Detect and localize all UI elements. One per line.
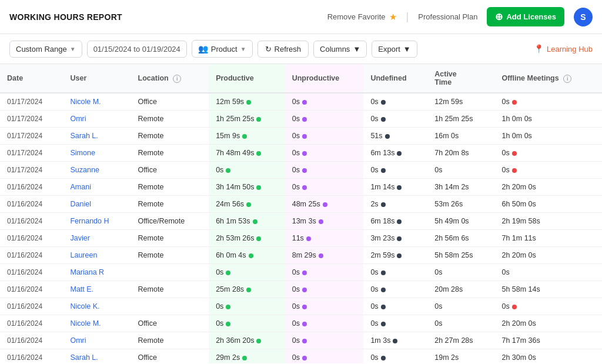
user-link[interactable]: Fernando H	[70, 217, 109, 225]
user-link[interactable]: Daniel	[70, 200, 91, 208]
user-link[interactable]: Omri	[70, 336, 86, 345]
cell-user[interactable]: Mariana R	[63, 264, 131, 281]
table-row: 01/16/2024Sarah L.Office29m 2s0s0s19m 2s…	[0, 349, 602, 364]
learning-hub-link[interactable]: 📍 Learning Hub	[534, 44, 593, 54]
cell-productive: 0s	[209, 162, 285, 179]
cell-user[interactable]: Nicole M.	[63, 315, 131, 332]
user-link[interactable]: Sarah L.	[70, 132, 98, 140]
user-link[interactable]: Sarah L.	[70, 353, 98, 362]
cell-location: Remote	[131, 247, 209, 264]
undefined-dot	[397, 151, 402, 156]
productive-dot	[256, 151, 261, 156]
cell-productive: 2h 36m 20s	[209, 332, 285, 349]
cell-user[interactable]: Suzanne	[63, 162, 131, 179]
user-link[interactable]: Laureen	[70, 251, 97, 259]
cell-undefined: 0s	[363, 315, 427, 332]
avatar[interactable]: S	[574, 8, 593, 26]
cell-user[interactable]: Matt E.	[63, 281, 131, 298]
cell-unproductive: 8m 29s	[285, 247, 364, 264]
cell-unproductive: 0s	[285, 93, 364, 111]
undefined-dot	[381, 288, 386, 292]
user-link[interactable]: Mariana R	[70, 268, 104, 276]
cell-offline-meetings: 2h 20m 0s	[494, 179, 602, 196]
caret-down-icon: ▼	[403, 45, 411, 54]
add-licenses-button[interactable]: ⊕ Add Licenses	[487, 7, 564, 26]
cell-user[interactable]: Amani	[63, 179, 131, 196]
user-link[interactable]: Nicole M.	[70, 319, 101, 328]
user-link[interactable]: Nicole M.	[70, 98, 101, 106]
unproductive-dot	[302, 168, 307, 173]
cell-user[interactable]: Simone	[63, 145, 131, 162]
productive-dot	[242, 134, 247, 139]
cell-date: 01/16/2024	[0, 179, 63, 196]
location-pin-icon: 📍	[534, 44, 544, 54]
cell-date: 01/16/2024	[0, 213, 63, 230]
cell-productive: 0s	[209, 264, 285, 281]
unproductive-dot	[302, 117, 307, 122]
columns-dropdown[interactable]: Columns ▼	[313, 41, 367, 58]
undefined-dot	[381, 202, 386, 207]
cell-undefined: 1m 14s	[363, 179, 427, 196]
cell-undefined: 0s	[363, 349, 427, 364]
remove-favorite-btn[interactable]: Remove Favorite ★	[327, 12, 397, 22]
cell-user[interactable]: Omri	[63, 332, 131, 349]
user-link[interactable]: Omri	[70, 115, 86, 123]
toolbar-left: Custom Range ▼ 01/15/2024 to 01/19/2024 …	[9, 40, 529, 58]
table-row: 01/16/2024Matt E.Remote25m 28s0s0s20m 28…	[0, 281, 602, 298]
cell-user[interactable]: Nicole K.	[63, 298, 131, 315]
custom-range-dropdown[interactable]: Custom Range ▼	[9, 41, 82, 58]
product-dropdown[interactable]: 👥 Product ▼	[192, 40, 253, 58]
offline-dot	[512, 168, 517, 173]
refresh-button[interactable]: ↻ Refresh	[257, 41, 309, 58]
cell-user[interactable]: Nicole M.	[63, 93, 131, 111]
add-licenses-label: Add Licenses	[506, 12, 556, 21]
offline-meetings-info-icon[interactable]: i	[563, 75, 571, 83]
cell-undefined: 0s	[363, 162, 427, 179]
cell-offline-meetings: 6h 50m 0s	[494, 196, 602, 213]
cell-date: 01/17/2024	[0, 111, 63, 128]
cell-active-time: 7h 20m 8s	[427, 145, 494, 162]
date-range-picker[interactable]: 01/15/2024 to 01/19/2024	[87, 41, 187, 58]
cell-date: 01/16/2024	[0, 230, 63, 247]
cell-user[interactable]: Sarah L.	[63, 349, 131, 364]
col-date: Date	[0, 64, 63, 93]
user-link[interactable]: Javier	[70, 234, 89, 242]
user-link[interactable]: Suzanne	[70, 166, 99, 174]
unproductive-dot	[302, 271, 307, 275]
cell-user[interactable]: Sarah L.	[63, 128, 131, 145]
cell-location	[131, 298, 209, 315]
user-link[interactable]: Nicole K.	[70, 302, 99, 310]
cell-user[interactable]: Omri	[63, 111, 131, 128]
cell-user[interactable]: Daniel	[63, 196, 131, 213]
cell-user[interactable]: Laureen	[63, 247, 131, 264]
cell-location: Office/Remote	[131, 213, 209, 230]
cell-unproductive: 0s	[285, 145, 364, 162]
user-link[interactable]: Amani	[70, 183, 91, 191]
cell-user[interactable]: Javier	[63, 230, 131, 247]
user-link[interactable]: Matt E.	[70, 285, 93, 293]
user-link[interactable]: Simone	[70, 149, 95, 157]
plan-label: Professional Plan	[418, 12, 477, 21]
cell-unproductive: 0s	[285, 162, 364, 179]
unproductive-dot	[306, 236, 311, 241]
cell-unproductive: 48m 25s	[285, 196, 364, 213]
cell-active-time: 1h 25m 25s	[427, 111, 494, 128]
table-row: 01/16/2024Mariana R0s0s0s0s0s	[0, 264, 602, 281]
table-row: 01/17/2024OmriRemote1h 25m 25s0s0s1h 25m…	[0, 111, 602, 128]
cell-location: Remote	[131, 281, 209, 298]
cell-offline-meetings: 0s	[494, 162, 602, 179]
cell-unproductive: 0s	[285, 298, 364, 315]
table-row: 01/17/2024Sarah L.Remote15m 9s0s51s16m 0…	[0, 128, 602, 145]
cell-user[interactable]: Fernando H	[63, 213, 131, 230]
cell-offline-meetings: 2h 20m 0s	[494, 315, 602, 332]
offline-dot	[512, 151, 517, 156]
undefined-dot	[381, 100, 386, 105]
cell-date: 01/16/2024	[0, 315, 63, 332]
export-dropdown[interactable]: Export ▼	[372, 41, 417, 58]
cell-offline-meetings: 2h 19m 58s	[494, 213, 602, 230]
cell-undefined: 2m 59s	[363, 247, 427, 264]
cell-undefined: 6m 13s	[363, 145, 427, 162]
unproductive-dot	[302, 151, 307, 156]
refresh-label: Refresh	[275, 45, 302, 54]
location-info-icon[interactable]: i	[173, 75, 181, 83]
